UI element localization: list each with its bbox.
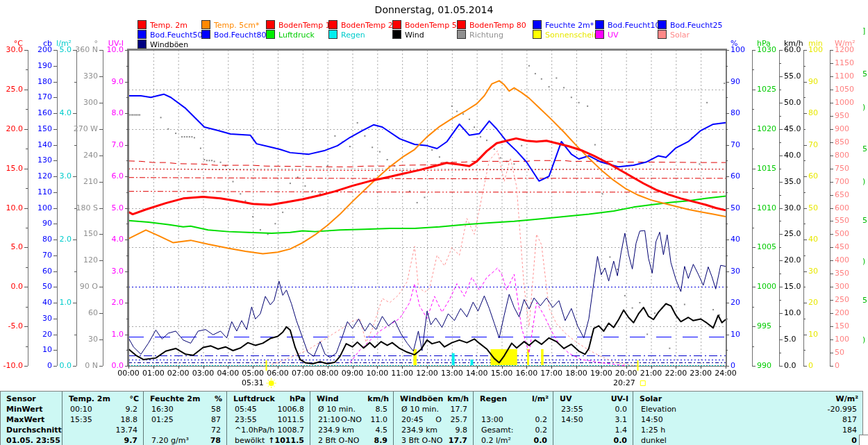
table-cell: 0.0 <box>553 435 627 445</box>
legend-chip <box>533 20 542 29</box>
table-cell: 0.2 <box>473 425 547 435</box>
legend-item-windb-en[interactable]: Windböen <box>137 40 188 48</box>
table-cell: 72 <box>143 425 221 435</box>
table-cell: 17.7 <box>393 435 467 445</box>
table-cell: 9.8 <box>393 425 467 435</box>
legend-label: Luftdruck <box>278 31 315 40</box>
legend-item-richtung[interactable]: Richtung <box>457 30 503 38</box>
table-cell: 1.4 <box>553 425 627 435</box>
table-cell: % <box>143 394 222 404</box>
table-cell: km/h <box>393 394 469 404</box>
legend-chip <box>201 20 210 29</box>
legend-label: Solar <box>670 31 690 40</box>
table-cell: 3.1 <box>553 414 627 425</box>
table-cell: 17.7 <box>393 404 467 414</box>
legend-item-temp-2m[interactable]: Temp. 2m <box>137 20 187 28</box>
legend-label: Bod.Feucht80 <box>214 31 267 40</box>
legend-label: Bod.Feucht10 <box>608 21 660 30</box>
legend-chip <box>266 30 275 39</box>
table-cell: 9.7 <box>62 435 137 445</box>
table-cell: 0 <box>633 435 857 445</box>
table-cell: 0.2 <box>473 414 547 425</box>
table-cell: 8.5 <box>310 404 387 414</box>
legend-label: Sonnenschein <box>545 31 599 40</box>
table-cell: 78 <box>143 435 221 445</box>
table-cell: l/m² <box>473 394 549 404</box>
legend-label: Feuchte 2m* <box>545 21 594 30</box>
legend-item-bod-feucht10[interactable]: Bod.Feucht10 <box>595 20 660 28</box>
legend-chip <box>137 30 147 39</box>
legend-chip <box>392 20 401 29</box>
table-cell: Durchschnitt <box>6 425 59 435</box>
legend-item-wind[interactable]: Wind <box>392 30 424 38</box>
table-cell: 1006.8 <box>226 404 304 414</box>
table-cell: MinWert <box>6 404 59 414</box>
legend-label: BodenTemp 10 <box>278 21 335 30</box>
table-cell: ↑1011.5 <box>226 435 304 445</box>
table-cell: 817 <box>633 414 857 425</box>
table-cell: 1008.7 <box>226 425 304 435</box>
legend-item-bod-feucht50[interactable]: Bod.Feucht50 <box>137 30 203 38</box>
table-cell: 58 <box>143 404 221 414</box>
legend-chip <box>266 20 275 29</box>
legend-label: BodenTemp 80 <box>469 21 526 30</box>
table-cell: hPa <box>226 394 306 404</box>
legend-label: Bod.Feucht25 <box>670 21 723 30</box>
legend-chip <box>328 30 337 39</box>
legend-item-regen[interactable]: Regen <box>328 30 365 38</box>
legend-item-bodentemp-50[interactable]: BodenTemp 50 <box>392 20 462 28</box>
table-cell: 4.5 <box>310 425 387 435</box>
table-cell: 01.05. 23:55 <box>6 435 59 445</box>
table-cell: 25.7 <box>393 414 467 425</box>
legend-label: Bod.Feucht50 <box>150 31 203 40</box>
legend-chip <box>137 40 147 49</box>
legend-chip <box>457 30 466 39</box>
legend-label: UV <box>608 31 619 40</box>
legend-chip <box>392 30 401 39</box>
legend-item-feuchte-2m-[interactable]: Feuchte 2m* <box>533 20 594 28</box>
weather-station-window: Donnerstag, 01.05.2014 Temp. 2mTemp. 5cm… <box>0 0 868 445</box>
legend-item-bod-feucht25[interactable]: Bod.Feucht25 <box>658 20 723 28</box>
legend-chip <box>658 30 667 39</box>
legend-item-bodentemp-80[interactable]: BodenTemp 80 <box>457 20 526 28</box>
table-cell: 8.9 <box>310 435 387 445</box>
table-cell: 87 <box>143 414 221 425</box>
legend-item-sonnenschein[interactable]: Sonnenschein <box>533 30 599 38</box>
table-cell: UV-I <box>553 394 628 404</box>
legend-chip <box>533 30 542 39</box>
legend-item-solar[interactable]: Solar <box>658 30 690 38</box>
legend-item-bodentemp-10[interactable]: BodenTemp 10 <box>266 20 335 28</box>
page-title: Donnerstag, 01.05.2014 <box>0 4 868 15</box>
table-cell: W/m² <box>633 394 858 404</box>
table-cell: 0.0 <box>473 435 547 445</box>
table-cell: 9.2 <box>62 404 137 414</box>
legend-label: Wind <box>405 31 424 40</box>
legend-item-temp-5cm-[interactable]: Temp. 5cm* <box>201 20 260 28</box>
legend-label: Richtung <box>469 31 503 40</box>
table-cell: -20.995 <box>633 404 857 414</box>
legend-chip <box>595 20 604 29</box>
table-cell: 11.0 <box>310 414 387 425</box>
legend-label: Windböen <box>150 40 188 49</box>
table-cell: 184 <box>633 425 857 435</box>
legend-label: Regen <box>341 31 365 40</box>
legend-chip <box>201 30 210 39</box>
weather-chart-canvas <box>0 0 868 391</box>
legend-chip <box>328 20 337 29</box>
legend-label: BodenTemp 25 <box>341 21 398 30</box>
legend-label: Temp. 5cm* <box>214 21 260 30</box>
legend-label: BodenTemp 50 <box>405 21 462 30</box>
legend-item-bodentemp-25[interactable]: BodenTemp 25 <box>328 20 398 28</box>
table-cell: °C <box>62 394 139 404</box>
stats-table: SensorTemp. 2m°CFeuchte 2m%LuftdruckhPaW… <box>0 391 863 445</box>
legend-item-bod-feucht80[interactable]: Bod.Feucht80 <box>201 30 267 38</box>
legend-label: Temp. 2m <box>150 21 187 30</box>
table-cell: 18.8 <box>62 414 137 425</box>
legend-chip <box>457 20 466 29</box>
corner-resize-box <box>859 435 868 445</box>
table-cell: 13.74 <box>62 425 137 435</box>
legend-item-luftdruck[interactable]: Luftdruck <box>266 30 315 38</box>
table-cell: Sensor <box>6 394 59 404</box>
legend-item-uv[interactable]: UV <box>595 30 619 38</box>
legend-chip <box>658 20 667 29</box>
